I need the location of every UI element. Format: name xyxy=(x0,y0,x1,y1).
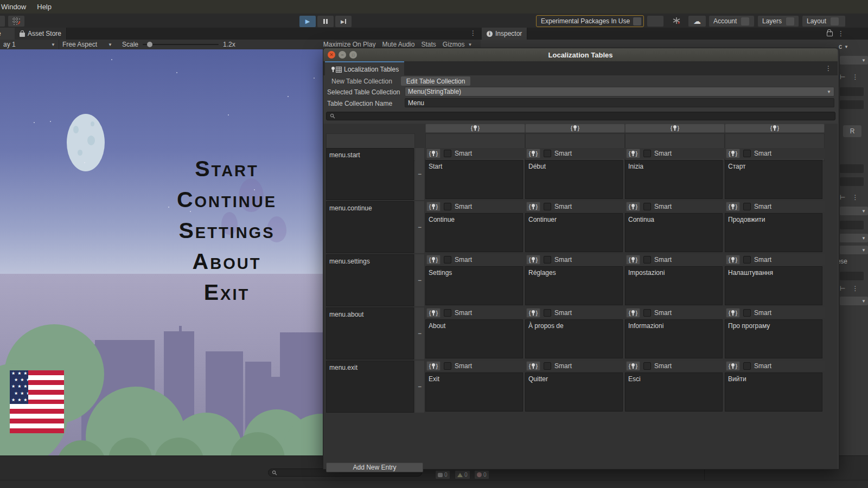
account-dropdown[interactable]: Account xyxy=(709,15,755,27)
translation-text-area[interactable]: Inizia xyxy=(625,160,723,199)
cloud-button[interactable]: ☁ xyxy=(688,15,706,27)
cell-metadata-button[interactable]: {} xyxy=(426,308,441,318)
smart-checkbox[interactable] xyxy=(544,309,551,317)
table-key-cell[interactable]: menu.exit xyxy=(326,361,414,413)
display-dropdown[interactable]: ay 1 ▼ xyxy=(0,40,59,49)
smart-checkbox[interactable] xyxy=(643,256,651,264)
translation-text-area[interactable]: Quitter xyxy=(525,373,623,412)
table-key-cell[interactable]: menu.about xyxy=(326,307,414,359)
menu-window[interactable]: Window xyxy=(0,0,31,14)
inspector-dropdown[interactable]: ▼ xyxy=(840,207,868,215)
game-menu-item[interactable]: Continue xyxy=(129,184,323,215)
smart-checkbox[interactable] xyxy=(544,203,551,210)
translation-text-area[interactable]: Impostazioni xyxy=(625,266,723,305)
translation-text-area[interactable]: Esci xyxy=(625,373,723,412)
selected-table-collection-dropdown[interactable]: Menu(StringTable) ▼ xyxy=(405,87,834,97)
cell-metadata-button[interactable]: {} xyxy=(526,361,540,371)
preset-and-menu-icons[interactable]: ⊢⋮ xyxy=(840,285,858,292)
cell-metadata-button[interactable]: {} xyxy=(626,308,640,318)
translation-text-area[interactable]: Réglages xyxy=(525,266,623,305)
smart-checkbox[interactable] xyxy=(444,309,451,317)
translation-text-area[interactable]: Début xyxy=(525,160,623,199)
chevron-down-icon[interactable]: ▼ xyxy=(844,44,848,49)
unknown-tool-button[interactable] xyxy=(647,15,664,27)
column-settings-button[interactable]: {} xyxy=(525,124,625,133)
cell-metadata-button[interactable]: {} xyxy=(526,149,540,158)
pause-button[interactable] xyxy=(317,15,334,28)
cell-metadata-button[interactable]: {} xyxy=(526,308,540,318)
inspector-field[interactable] xyxy=(840,87,864,96)
cell-metadata-button[interactable]: {} xyxy=(726,308,740,318)
preset-and-menu-icons[interactable]: ⊢⋮ xyxy=(840,194,858,201)
scale-slider[interactable] xyxy=(143,44,219,45)
inspector-dropdown[interactable]: ▼ xyxy=(840,234,868,242)
remove-entry-button[interactable]: − xyxy=(416,383,423,390)
window-pane-menu-icon[interactable]: ⋮ xyxy=(825,65,832,72)
tab-asset-store[interactable]: Asset Store xyxy=(15,28,67,40)
table-key-cell[interactable]: menu.start xyxy=(326,148,414,200)
smart-checkbox[interactable] xyxy=(643,203,651,210)
layers-dropdown[interactable]: Layers xyxy=(757,15,799,27)
preset-and-menu-icons[interactable]: ⊢⋮ xyxy=(840,73,858,81)
smart-checkbox[interactable] xyxy=(743,309,751,317)
inspector-field[interactable] xyxy=(840,272,864,280)
smart-checkbox[interactable] xyxy=(643,309,651,317)
translation-text-area[interactable]: Settings xyxy=(425,266,523,305)
game-menu-item[interactable]: About xyxy=(129,246,323,277)
console-warning-counter[interactable]: 0 xyxy=(455,470,470,479)
translation-text-area[interactable]: Exit xyxy=(425,373,523,412)
column-settings-button[interactable]: {} xyxy=(625,124,725,133)
smart-checkbox[interactable] xyxy=(643,362,651,370)
inspector-field[interactable] xyxy=(840,221,864,229)
game-menu-item[interactable]: Exit xyxy=(129,277,323,308)
smart-checkbox[interactable] xyxy=(743,150,751,157)
cell-metadata-button[interactable]: {} xyxy=(526,202,540,211)
cell-metadata-button[interactable]: {} xyxy=(626,202,640,211)
experimental-packages-badge[interactable]: Experimental Packages In Use xyxy=(536,15,644,27)
game-menu-item[interactable]: Start xyxy=(129,153,323,184)
tab-inspector[interactable]: i Inspector xyxy=(482,28,527,40)
table-key-cell[interactable]: menu.settings xyxy=(326,254,414,306)
translation-text-area[interactable]: Продовжити xyxy=(725,213,822,252)
remove-entry-button[interactable]: − xyxy=(416,170,423,177)
cell-metadata-button[interactable]: {} xyxy=(426,361,441,371)
maximize-button[interactable]: □ xyxy=(349,51,357,59)
smart-checkbox[interactable] xyxy=(544,150,551,157)
game-menu-item[interactable]: Settings xyxy=(129,215,323,246)
translation-text-area[interactable]: Informazioni xyxy=(625,319,723,358)
remove-entry-button[interactable]: − xyxy=(416,277,423,284)
smart-checkbox[interactable] xyxy=(444,362,451,370)
translation-text-area[interactable]: Continue xyxy=(425,213,523,252)
minimize-button[interactable]: − xyxy=(339,51,346,59)
smart-checkbox[interactable] xyxy=(544,362,551,370)
translation-text-area[interactable]: Вийти xyxy=(725,373,822,412)
cell-metadata-button[interactable]: {} xyxy=(726,202,740,211)
table-search-input[interactable] xyxy=(326,112,835,120)
smart-checkbox[interactable] xyxy=(743,362,751,370)
table-key-cell[interactable]: menu.continue xyxy=(326,201,414,253)
step-button[interactable]: ▶ xyxy=(335,15,352,28)
smart-checkbox[interactable] xyxy=(444,150,451,157)
play-button[interactable]: ▶ xyxy=(299,15,316,28)
us-flag[interactable]: ★★★ ★★★ ★★★ ★★★ ★★★ xyxy=(10,370,64,433)
close-button[interactable]: ✕ xyxy=(328,51,335,59)
inspector-dropdown[interactable]: ▼ xyxy=(840,297,868,305)
translation-text-area[interactable]: Старт xyxy=(725,160,822,199)
smart-checkbox[interactable] xyxy=(444,203,451,210)
scale-slider-thumb[interactable] xyxy=(147,42,152,47)
grid-snap-button[interactable] xyxy=(8,15,25,27)
console-info-counter[interactable]: 0 xyxy=(435,470,450,479)
inspector-pane-menu-icon[interactable]: ⋮ xyxy=(838,30,844,37)
add-new-entry-button[interactable]: Add New Entry xyxy=(326,463,423,472)
cell-metadata-button[interactable]: {} xyxy=(426,149,441,158)
translation-text-area[interactable]: Про програму xyxy=(725,319,822,358)
reset-button[interactable]: R xyxy=(843,125,861,137)
console-error-counter[interactable]: 0 xyxy=(474,470,489,479)
translation-text-area[interactable]: À propos de xyxy=(525,319,623,358)
cell-metadata-button[interactable]: {} xyxy=(626,149,640,158)
smart-checkbox[interactable] xyxy=(544,256,551,264)
translation-text-area[interactable]: Continuer xyxy=(525,213,623,252)
translation-text-area[interactable]: Налаштування xyxy=(725,266,822,305)
smart-checkbox[interactable] xyxy=(643,150,651,157)
localization-tables-tab[interactable]: Localization Tables xyxy=(325,61,404,76)
